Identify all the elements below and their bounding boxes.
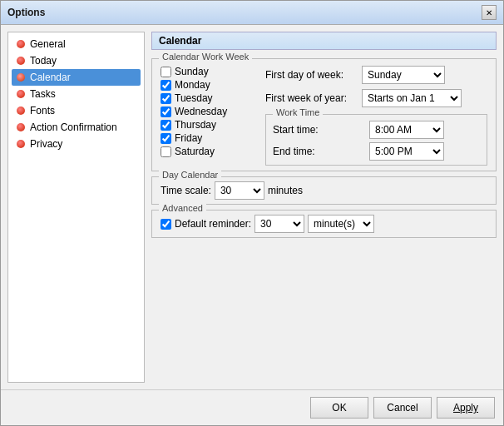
dialog-body: GeneralTodayCalendarTasksFontsAction Con…: [1, 25, 503, 389]
day-label-sunday: Sunday: [175, 66, 209, 77]
sidebar-item-today[interactable]: Today: [12, 52, 141, 69]
default-reminder-label: Default reminder:: [175, 218, 251, 230]
day-checkbox-tuesday[interactable]: [161, 93, 171, 104]
day-checkbox-wednesday[interactable]: [161, 106, 171, 117]
end-time-select[interactable]: 12:00 AM1:00 AM2:00 AM3:00 AM4:00 AM5:00…: [369, 142, 444, 161]
day-checkbox-friday[interactable]: [161, 133, 171, 144]
end-time-row: End time: 12:00 AM1:00 AM2:00 AM3:00 AM4…: [273, 142, 480, 161]
work-week-content: SundayMondayTuesdayWednesdayThursdayFrid…: [161, 66, 487, 166]
day-label-friday: Friday: [175, 132, 202, 144]
timescale-row: Time scale: 510153060 minutes: [161, 181, 487, 200]
sidebar-item-general[interactable]: General: [12, 36, 141, 52]
start-time-label: Start time:: [273, 124, 364, 136]
sidebar-dot-today: [17, 57, 25, 65]
start-time-row: Start time: 12:00 AM1:00 AM2:00 AM3:00 A…: [273, 121, 480, 139]
sidebar-label-fonts: Fonts: [30, 105, 55, 116]
default-reminder-checkbox[interactable]: [161, 219, 171, 230]
sidebar: GeneralTodayCalendarTasksFontsAction Con…: [7, 32, 145, 383]
day-item-sunday: Sunday: [161, 66, 252, 77]
day-calendar-title: Day Calendar: [159, 170, 221, 180]
sidebar-label-calendar: Calendar: [30, 72, 71, 83]
title-bar: Options ✕: [1, 1, 503, 25]
end-time-label: End time:: [273, 146, 364, 157]
dialog-footer: OK Cancel Apply: [1, 389, 503, 425]
day-checkbox-sunday[interactable]: [161, 67, 171, 77]
work-time-title: Work Time: [273, 107, 323, 117]
first-day-row: First day of week: Sunday Monday Saturda…: [265, 66, 487, 84]
start-time-select[interactable]: 12:00 AM1:00 AM2:00 AM3:00 AM4:00 AM5:00…: [369, 121, 444, 139]
day-label-monday: Monday: [175, 79, 210, 91]
sidebar-label-general: General: [30, 38, 66, 50]
options-dialog: Options ✕ GeneralTodayCalendarTasksFonts…: [0, 0, 504, 426]
work-week-group: Calendar Work Week SundayMondayTuesdayWe…: [151, 58, 497, 171]
sidebar-label-today: Today: [30, 55, 57, 67]
sidebar-item-calendar[interactable]: Calendar: [12, 69, 141, 86]
timescale-unit: minutes: [268, 185, 303, 196]
first-week-select[interactable]: Starts on Jan 1 First 4-day week First f…: [362, 89, 462, 107]
day-checkbox-thursday[interactable]: [161, 120, 171, 131]
reminder-value-select[interactable]: 5101530456090120: [254, 215, 304, 233]
days-list: SundayMondayTuesdayWednesdayThursdayFrid…: [161, 66, 252, 166]
sidebar-item-privacy[interactable]: Privacy: [12, 136, 141, 152]
day-item-friday: Friday: [161, 132, 252, 144]
day-checkbox-monday[interactable]: [161, 80, 171, 91]
ok-button[interactable]: OK: [310, 397, 368, 419]
day-calendar-group: Day Calendar Time scale: 510153060 minut…: [151, 176, 497, 205]
first-week-row: First week of year: Starts on Jan 1 Firs…: [265, 89, 487, 107]
apply-button[interactable]: Apply: [437, 397, 495, 419]
sidebar-dot-fonts: [17, 106, 25, 115]
advanced-title: Advanced: [159, 203, 206, 213]
timescale-select[interactable]: 510153060: [215, 181, 264, 200]
sidebar-dot-calendar: [17, 73, 25, 82]
sidebar-dot-action-confirmation: [17, 123, 25, 131]
work-week-title: Calendar Work Week: [159, 52, 252, 62]
close-button[interactable]: ✕: [482, 5, 497, 20]
first-day-select[interactable]: Sunday Monday Saturday: [362, 66, 445, 84]
day-item-monday: Monday: [161, 79, 252, 91]
first-week-label: First week of year:: [265, 92, 357, 104]
cancel-button[interactable]: Cancel: [373, 397, 432, 419]
apply-label-text: Apply: [453, 402, 478, 414]
first-day-label: First day of week:: [265, 69, 357, 81]
sidebar-label-tasks: Tasks: [30, 88, 56, 100]
day-item-thursday: Thursday: [161, 119, 252, 131]
day-label-thursday: Thursday: [175, 119, 216, 131]
day-item-saturday: Saturday: [161, 146, 252, 157]
day-checkbox-saturday[interactable]: [161, 146, 171, 157]
timescale-label: Time scale:: [161, 185, 211, 196]
work-time-box: Work Time Start time: 12:00 AM1:00 AM2:0…: [265, 114, 487, 166]
content-area: Calendar Calendar Work Week SundayMonday…: [151, 32, 497, 383]
sidebar-item-tasks[interactable]: Tasks: [12, 86, 141, 102]
sidebar-dot-tasks: [17, 90, 25, 98]
sidebar-item-fonts[interactable]: Fonts: [12, 102, 141, 119]
sidebar-dot-general: [17, 40, 25, 48]
advanced-group: Advanced Default reminder: 5101530456090…: [151, 210, 497, 238]
content-header: Calendar: [151, 32, 497, 50]
sidebar-label-privacy: Privacy: [30, 138, 62, 150]
reminder-unit-select[interactable]: minute(s)hour(s)day(s)week(s): [308, 215, 374, 233]
day-item-tuesday: Tuesday: [161, 92, 252, 104]
sidebar-item-action-confirmation[interactable]: Action Confirmation: [12, 119, 141, 136]
day-label-saturday: Saturday: [175, 146, 215, 157]
sidebar-label-action-confirmation: Action Confirmation: [30, 121, 117, 133]
sidebar-dot-privacy: [17, 140, 25, 148]
day-item-wednesday: Wednesday: [161, 106, 252, 117]
dialog-title: Options: [7, 7, 45, 18]
day-label-wednesday: Wednesday: [175, 106, 227, 117]
right-settings: First day of week: Sunday Monday Saturda…: [265, 66, 487, 166]
reminder-row: Default reminder: 5101530456090120 minut…: [161, 215, 487, 233]
day-label-tuesday: Tuesday: [175, 92, 213, 104]
